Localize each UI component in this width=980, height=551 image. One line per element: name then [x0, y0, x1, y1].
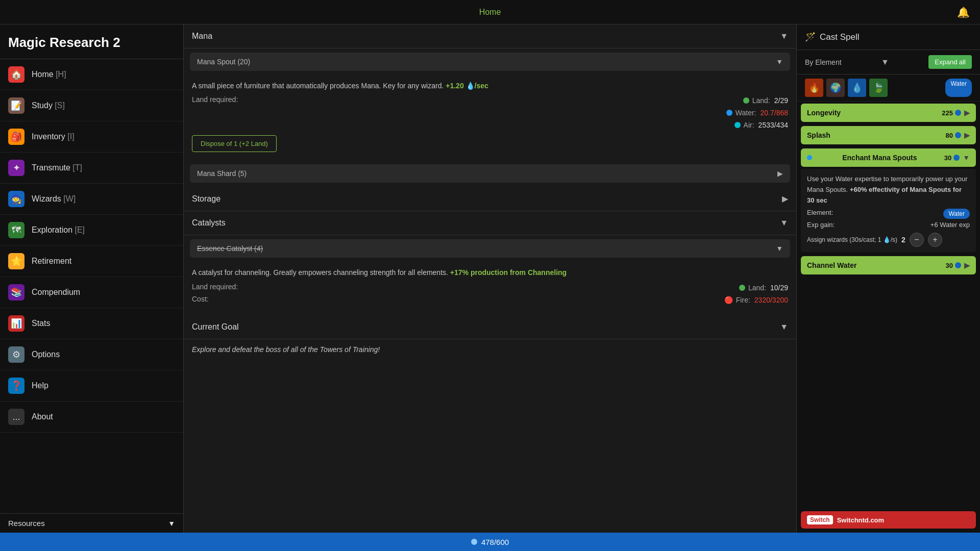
enchant-mana-spouts-detail: Use your Water expertise to temporarily …	[801, 169, 976, 252]
assign-increase-button[interactable]: +	[928, 233, 942, 247]
mana-chevron: ▼	[780, 32, 788, 41]
longevity-spell-item[interactable]: Longevity 225 ▶	[801, 104, 976, 122]
app-title: Magic Research 2	[0, 24, 183, 59]
right-panel: 🪄 Cast Spell By Element ▼ Expand all 🔥 🌍…	[796, 24, 980, 533]
essence-catalyst-label: Essence Catalyst (4)	[197, 244, 263, 253]
resources-chevron: ▼	[168, 519, 175, 528]
current-goal-section-header[interactable]: Current Goal ▼	[184, 315, 796, 339]
mana-spout-chevron: ▼	[776, 58, 783, 66]
catalysts-section-header[interactable]: Catalysts ▼	[184, 211, 796, 235]
right-header: 🪄 Cast Spell	[797, 24, 980, 50]
enchant-element-row: Element: Water	[807, 209, 970, 219]
home-icon: 🏠	[8, 66, 24, 83]
catalyst-fire-resource: 🔴 Fire: 2320/3200	[724, 295, 788, 305]
sidebar-item-compendium[interactable]: 📚 Compendium	[0, 277, 183, 308]
cast-spell-title: 🪄 Cast Spell	[805, 32, 859, 42]
sidebar-item-inventory-label: Inventory [I]	[32, 132, 75, 141]
sidebar-item-options[interactable]: ⚙ Options	[0, 339, 183, 370]
sidebar-item-home[interactable]: 🏠 Home [H]	[0, 59, 183, 90]
sidebar-item-transmute-label: Transmute [T]	[32, 163, 82, 172]
sidebar-item-help[interactable]: ❓ Help	[0, 370, 183, 402]
channel-water-spell-label: Channel Water	[807, 261, 857, 269]
mana-spout-description: A small piece of furniture that automati…	[192, 80, 788, 91]
enchant-dot-icon	[807, 154, 815, 162]
essence-catalyst-bonus: +17% production from Channeling	[450, 268, 567, 277]
sidebar-nav: 🏠 Home [H] 📝 Study [S] 🎒 Inventory [I] ✦…	[0, 59, 183, 513]
center-panel: Mana ▼ Mana Spout (20) ▼ A small piece o…	[184, 24, 796, 533]
splash-spell-cost: 80	[946, 132, 961, 139]
sidebar-item-exploration-label: Exploration [E]	[32, 226, 85, 235]
current-goal-chevron: ▼	[780, 322, 788, 332]
sidebar-item-study[interactable]: 📝 Study [S]	[0, 90, 183, 121]
air-element-icon[interactable]: 🍃	[869, 79, 888, 97]
water-resource: Water: 20.7/868	[726, 108, 788, 118]
enchant-description: Use your Water expertise to temporarily …	[807, 174, 970, 206]
switch-icon: Switch	[807, 515, 833, 524]
cast-spell-icon: 🪄	[805, 32, 816, 42]
mana-shard-row[interactable]: Mana Shard (5) ▶	[190, 164, 790, 183]
sidebar-item-help-label: Help	[32, 381, 48, 390]
sidebar-item-wizards[interactable]: 🧙 Wizards [W]	[0, 184, 183, 215]
enchant-chevron: ▼	[963, 154, 970, 162]
top-bar: Home 🔔	[0, 0, 980, 24]
sidebar-item-options-label: Options	[32, 350, 60, 359]
storage-section-header[interactable]: Storage ▶	[184, 187, 796, 211]
wizards-icon: 🧙	[8, 191, 24, 207]
sidebar-item-about[interactable]: ... About	[0, 402, 183, 433]
splash-spell-item[interactable]: Splash 80 ▶	[801, 126, 976, 144]
catalysts-section-title: Catalysts	[192, 218, 226, 228]
essence-catalyst-chevron: ▼	[776, 244, 783, 253]
bell-icon[interactable]: 🔔	[957, 6, 970, 18]
retirement-icon: 🌟	[8, 253, 24, 269]
assign-row: Assign wizards (30s/cast; 1 💧/s) 2 − +	[807, 233, 970, 247]
sidebar-item-inventory[interactable]: 🎒 Inventory [I]	[0, 121, 183, 153]
mana-spout-row[interactable]: Mana Spout (20) ▼	[190, 53, 790, 71]
assign-label: Assign wizards (30s/cast; 1 💧/s)	[807, 236, 897, 243]
mana-spout-detail: A small piece of furniture that automati…	[184, 75, 796, 160]
switchntd-banner[interactable]: Switch Switchntd.com	[801, 511, 976, 529]
mana-section-title: Mana	[192, 32, 212, 41]
enchant-element-value: Water	[943, 209, 970, 219]
sidebar-item-about-label: About	[32, 412, 53, 421]
water-filter-badge[interactable]: Water	[945, 79, 972, 97]
enchant-element-label: Element:	[807, 209, 833, 219]
sidebar-item-retirement[interactable]: 🌟 Retirement	[0, 246, 183, 277]
sidebar-item-transmute[interactable]: ✦ Transmute [T]	[0, 153, 183, 184]
mana-section-header[interactable]: Mana ▼	[184, 24, 796, 48]
sidebar-item-stats-label: Stats	[32, 319, 50, 328]
assign-decrease-button[interactable]: −	[910, 233, 924, 247]
channel-water-cost: 30	[946, 262, 961, 269]
enchant-exp-row: Exp gain: +6 Water exp	[807, 221, 970, 229]
water-element-icon[interactable]: 💧	[848, 79, 866, 97]
resources-footer[interactable]: Resources ▼	[0, 513, 183, 533]
help-icon: ❓	[8, 378, 24, 394]
enchant-mana-spouts-spell-item[interactable]: Enchant Mana Spouts 30 ▼	[801, 148, 976, 167]
essence-catalyst-row[interactable]: Essence Catalyst (4) ▼	[190, 239, 790, 258]
mana-shard-chevron: ▶	[777, 169, 783, 178]
page-title: Home	[479, 8, 501, 17]
enchant-exp-label: Exp gain:	[807, 221, 835, 229]
expand-all-button[interactable]: Expand all	[928, 55, 972, 69]
sidebar-item-stats[interactable]: 📊 Stats	[0, 308, 183, 339]
compendium-icon: 📚	[8, 284, 24, 300]
longevity-spell-cost: 225	[942, 109, 961, 117]
main-layout: Magic Research 2 🏠 Home [H] 📝 Study [S] …	[0, 24, 980, 533]
catalyst-cost-label: Cost:	[192, 295, 209, 305]
exploration-icon: 🗺	[8, 222, 24, 238]
switchntd-label: Switchntd.com	[837, 516, 884, 524]
splash-spell-label: Splash	[807, 131, 830, 139]
sidebar-item-exploration[interactable]: 🗺 Exploration [E]	[0, 215, 183, 246]
sidebar-item-retirement-label: Retirement	[32, 257, 71, 266]
air-resource: Air: 2533/434	[734, 120, 788, 130]
stats-icon: 📊	[8, 315, 24, 332]
longevity-spell-label: Longevity	[807, 109, 841, 117]
catalysts-chevron: ▼	[780, 218, 788, 228]
mana-bar-dot	[471, 539, 477, 545]
inventory-icon: 🎒	[8, 129, 24, 145]
land-required-label: Land required:	[192, 95, 238, 106]
fire-element-icon[interactable]: 🔥	[805, 79, 823, 97]
earth-element-icon[interactable]: 🌍	[826, 79, 845, 97]
enchant-mana-spouts-cost: 30	[944, 154, 960, 162]
channel-water-spell-item[interactable]: Channel Water 30 ▶	[801, 256, 976, 274]
dispose-button[interactable]: Dispose of 1 (+2 Land)	[192, 135, 277, 152]
